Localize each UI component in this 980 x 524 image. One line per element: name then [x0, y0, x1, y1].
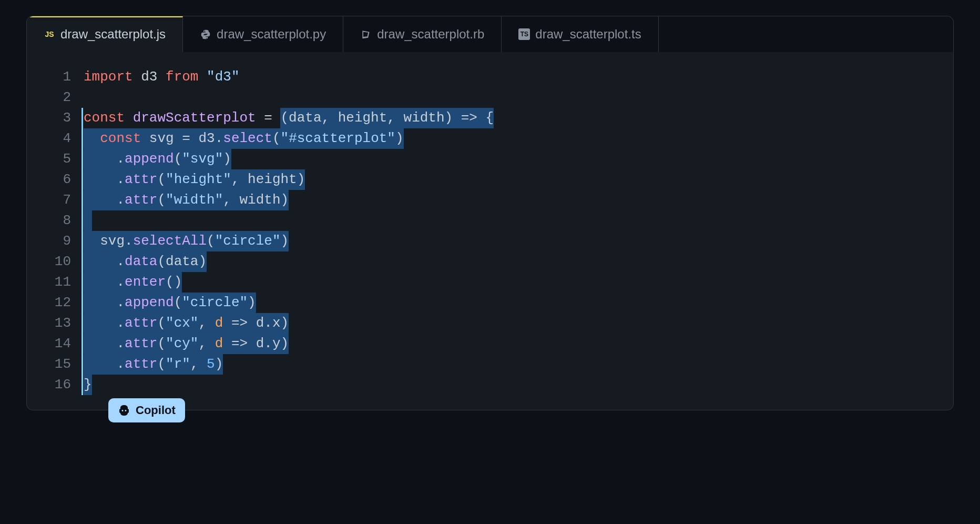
line-number: 11	[27, 272, 71, 293]
code-line: .append("circle")	[84, 293, 953, 313]
tab-js[interactable]: JS draw_scatterplot.js	[27, 16, 183, 52]
selection-indicator	[81, 108, 83, 395]
code-line: import d3 from "d3"	[84, 67, 953, 87]
tab-ts[interactable]: TS draw_scatterplot.ts	[502, 16, 658, 52]
tab-bar: JS draw_scatterplot.js draw_scatterplot.…	[27, 16, 953, 52]
code-line: .enter()	[84, 272, 953, 293]
line-number: 10	[27, 251, 71, 272]
line-number: 1	[27, 67, 71, 87]
js-icon: JS	[44, 28, 55, 40]
tab-py[interactable]: draw_scatterplot.py	[183, 16, 343, 52]
tab-rb[interactable]: draw_scatterplot.rb	[343, 16, 502, 52]
code-line: const svg = d3.select("#scatterplot")	[84, 128, 953, 149]
line-number: 12	[27, 293, 71, 313]
copilot-icon	[118, 404, 130, 417]
python-icon	[200, 28, 211, 40]
code-line: .append("svg")	[84, 149, 953, 169]
line-number: 15	[27, 354, 71, 375]
line-number: 6	[27, 169, 71, 190]
line-number: 7	[27, 190, 71, 210]
copilot-label: Copilot	[136, 404, 176, 417]
code-line: .attr("cy", d => d.y)	[84, 334, 953, 354]
line-number: 4	[27, 128, 71, 149]
ts-icon: TS	[518, 28, 530, 40]
line-number: 9	[27, 231, 71, 251]
line-number: 2	[27, 87, 71, 108]
line-number-gutter: 1 2 3 4 5 6 7 8 9 10 11 12 13 14 15 16	[27, 67, 84, 395]
line-number: 8	[27, 210, 71, 231]
code-line: }	[84, 375, 953, 395]
code-line: const drawScatterplot = (data, height, w…	[84, 108, 953, 128]
code-line: .attr("height", height)	[84, 169, 953, 190]
code-line	[84, 87, 953, 108]
code-line	[84, 210, 953, 231]
tab-label: draw_scatterplot.ts	[535, 27, 641, 42]
tab-label: draw_scatterplot.rb	[377, 27, 484, 42]
code-line: .data(data)	[84, 251, 953, 272]
code-line: .attr("cx", d => d.x)	[84, 313, 953, 334]
copilot-button[interactable]: Copilot	[108, 398, 185, 422]
editor-window: JS draw_scatterplot.js draw_scatterplot.…	[26, 16, 954, 410]
code-line: svg.selectAll("circle")	[84, 231, 953, 251]
line-number: 5	[27, 149, 71, 169]
code-line: .attr("r", 5)	[84, 354, 953, 375]
line-number: 13	[27, 313, 71, 334]
line-number: 16	[27, 375, 71, 395]
ruby-icon	[360, 28, 372, 40]
line-number: 14	[27, 334, 71, 354]
code-content[interactable]: import d3 from "d3" const drawScatterplo…	[84, 67, 953, 395]
code-area[interactable]: 1 2 3 4 5 6 7 8 9 10 11 12 13 14 15 16 i…	[27, 52, 953, 410]
code-line: .attr("width", width)	[84, 190, 953, 210]
tab-label: draw_scatterplot.js	[60, 27, 166, 42]
tab-label: draw_scatterplot.py	[217, 27, 326, 42]
line-number: 3	[27, 108, 71, 128]
